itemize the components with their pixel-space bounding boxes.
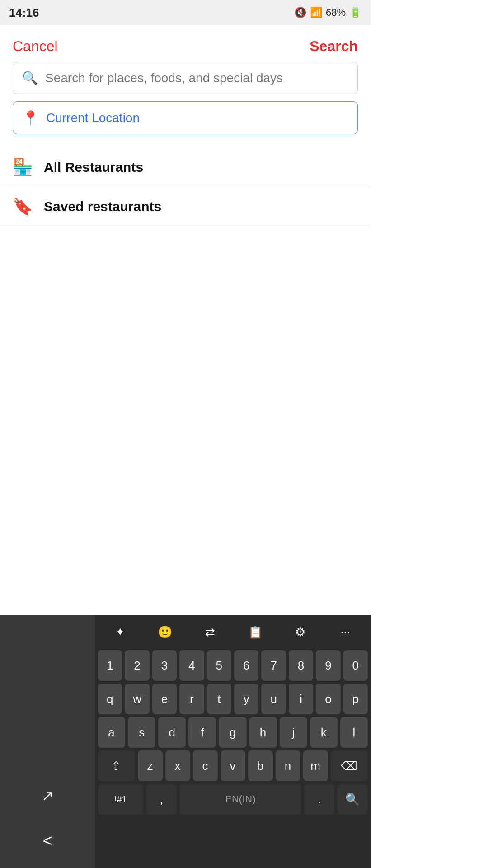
search-button[interactable]: Search: [310, 38, 358, 55]
keyboard-main: ✦ 🙂 ⇄ 📋 ⚙ ··· 1 2 3 4 5 6 7 8 9 0: [95, 615, 371, 868]
key-6[interactable]: 6: [234, 650, 258, 681]
keyboard-wrapper: 🎤 Ⅲ ⬜ ⌄ ↗ < ✦ 🙂 ⇄ 📋 ⚙ ··· 1 2: [0, 835, 371, 868]
key-h[interactable]: h: [249, 717, 277, 748]
key-o[interactable]: o: [316, 684, 340, 714]
back-button[interactable]: <: [29, 823, 66, 859]
key-a[interactable]: a: [98, 717, 125, 748]
status-bar: 14:16 🔇 📶 68% 🔋: [0, 0, 371, 25]
zxcv-row: ⇧ z x c v b n m ⌫: [98, 750, 368, 781]
bottom-row: !#1 , EN(IN) . 🔍: [98, 784, 368, 815]
qwerty-row: q w e r t y u i o p: [98, 684, 368, 714]
saved-restaurants-icon: 🔖: [13, 197, 33, 216]
number-row: 1 2 3 4 5 6 7 8 9 0: [98, 650, 368, 681]
status-icons: 🔇 📶 68% 🔋: [294, 7, 361, 19]
key-p[interactable]: p: [343, 684, 368, 714]
key-c[interactable]: c: [193, 750, 218, 781]
shift-key[interactable]: ⇧: [98, 750, 135, 781]
expand-keyboard-button[interactable]: ↗: [29, 778, 66, 814]
key-7[interactable]: 7: [261, 650, 286, 681]
key-0[interactable]: 0: [343, 650, 368, 681]
all-restaurants-item[interactable]: 🏪 All Restaurants: [0, 148, 371, 187]
key-1[interactable]: 1: [98, 650, 122, 681]
location-container: 📍 Current Location: [0, 101, 371, 143]
battery-text: 68%: [326, 7, 346, 19]
asdf-row: a s d f g h j k l: [98, 717, 368, 748]
search-icon: 🔍: [22, 71, 38, 85]
all-restaurants-icon: 🏪: [13, 158, 33, 177]
current-location-label: Current Location: [46, 111, 140, 125]
emoji-toolbar-btn[interactable]: 🙂: [150, 620, 180, 644]
key-t[interactable]: t: [207, 684, 231, 714]
key-l[interactable]: l: [340, 717, 368, 748]
key-k[interactable]: k: [310, 717, 338, 748]
signal-icon: 📶: [310, 7, 322, 19]
battery-icon: 🔋: [349, 7, 361, 19]
key-5[interactable]: 5: [207, 650, 231, 681]
key-g[interactable]: g: [219, 717, 246, 748]
current-location-button[interactable]: 📍 Current Location: [13, 101, 358, 134]
symbols-key[interactable]: !#1: [98, 784, 143, 815]
key-x[interactable]: x: [165, 750, 190, 781]
key-w[interactable]: w: [125, 684, 149, 714]
key-y[interactable]: y: [234, 684, 258, 714]
space-key[interactable]: EN(IN): [179, 784, 301, 815]
more-toolbar-btn[interactable]: ···: [330, 620, 361, 644]
backspace-key[interactable]: ⌫: [331, 750, 368, 781]
key-b[interactable]: b: [248, 750, 273, 781]
key-3[interactable]: 3: [152, 650, 177, 681]
mute-icon: 🔇: [294, 7, 306, 19]
saved-restaurants-item[interactable]: 🔖 Saved restaurants: [0, 187, 371, 226]
keyboard-area: ↗ < ✦ 🙂 ⇄ 📋 ⚙ ··· 1 2 3 4 5 6 7: [0, 615, 371, 868]
sparkle-toolbar-btn[interactable]: ✦: [105, 620, 136, 644]
menu-list: 🏪 All Restaurants 🔖 Saved restaurants: [0, 143, 371, 231]
key-f[interactable]: f: [188, 717, 216, 748]
top-nav: Cancel Search: [0, 25, 371, 62]
saved-restaurants-label: Saved restaurants: [44, 199, 161, 214]
key-4[interactable]: 4: [179, 650, 204, 681]
keyboard-search-key[interactable]: 🔍: [337, 784, 368, 815]
key-q[interactable]: q: [98, 684, 122, 714]
key-e[interactable]: e: [152, 684, 177, 714]
keyboard-left-panel: ↗ <: [0, 615, 95, 868]
search-container: 🔍: [0, 62, 371, 101]
translate-toolbar-btn[interactable]: ⇄: [195, 620, 225, 644]
period-key[interactable]: .: [304, 784, 335, 815]
key-u[interactable]: u: [261, 684, 286, 714]
clipboard-toolbar-btn[interactable]: 📋: [240, 620, 271, 644]
key-v[interactable]: v: [221, 750, 245, 781]
key-2[interactable]: 2: [125, 650, 149, 681]
keyboard-toolbar: ✦ 🙂 ⇄ 📋 ⚙ ···: [98, 618, 368, 647]
key-s[interactable]: s: [128, 717, 155, 748]
search-box[interactable]: 🔍: [13, 62, 358, 94]
all-restaurants-label: All Restaurants: [44, 160, 143, 175]
key-z[interactable]: z: [138, 750, 163, 781]
key-r[interactable]: r: [179, 684, 204, 714]
settings-toolbar-btn[interactable]: ⚙: [285, 620, 315, 644]
search-input[interactable]: [45, 71, 348, 85]
cancel-button[interactable]: Cancel: [13, 38, 58, 55]
key-9[interactable]: 9: [316, 650, 340, 681]
status-time: 14:16: [9, 6, 39, 20]
location-icon: 📍: [22, 110, 39, 126]
key-d[interactable]: d: [158, 717, 186, 748]
key-8[interactable]: 8: [289, 650, 313, 681]
key-i[interactable]: i: [289, 684, 313, 714]
key-j[interactable]: j: [280, 717, 307, 748]
comma-key[interactable]: ,: [146, 784, 177, 815]
key-n[interactable]: n: [276, 750, 300, 781]
key-m[interactable]: m: [303, 750, 328, 781]
